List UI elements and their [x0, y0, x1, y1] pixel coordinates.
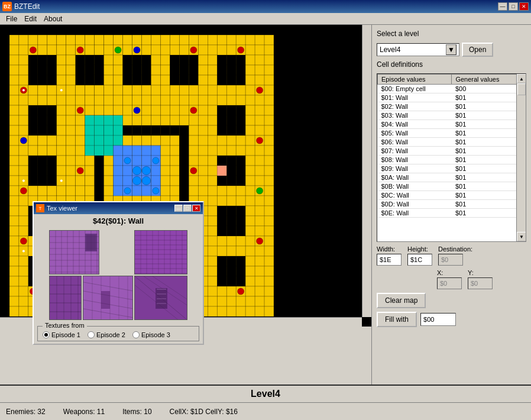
- radio-label-2: Episode 2: [96, 331, 125, 338]
- table-row[interactable]: $01: Wall$01: [378, 93, 526, 102]
- width-input[interactable]: [377, 254, 402, 266]
- table-row[interactable]: $07: Wall$01: [378, 147, 526, 156]
- table-row[interactable]: $02: Wall$01: [378, 102, 526, 111]
- table-row[interactable]: $0E: Wall$01: [378, 209, 526, 218]
- tex-cell-5[interactable]: [134, 276, 187, 320]
- fill-with-button[interactable]: Fill with: [377, 312, 417, 327]
- textures-from-label: Textures from: [43, 322, 87, 329]
- tex-close-btn[interactable]: ✕: [192, 205, 200, 212]
- cell-episode-value: $0E: Wall: [378, 209, 452, 218]
- cell-episode-value: $01: Wall: [378, 93, 452, 102]
- tex-bottom-left: [49, 276, 133, 320]
- radio-episode3[interactable]: Episode 3: [132, 331, 170, 338]
- open-button[interactable]: Open: [462, 43, 493, 57]
- cell-episode-value: $05: Wall: [378, 129, 452, 138]
- table-row[interactable]: $06: Wall$01: [378, 138, 526, 147]
- fill-value-input[interactable]: [420, 313, 456, 326]
- menu-file[interactable]: File: [2, 14, 21, 24]
- cell-episode-value: $03: Wall: [378, 111, 452, 120]
- y-input[interactable]: [468, 277, 493, 289]
- tex-maximize-btn[interactable]: □: [183, 205, 192, 212]
- maximize-button[interactable]: □: [509, 2, 518, 11]
- tex-right-col: [134, 230, 187, 320]
- cell-episode-value: $0D: Wall: [378, 200, 452, 209]
- radio-label-3: Episode 3: [141, 331, 170, 338]
- level-select-dropdown[interactable]: ▼: [446, 44, 456, 55]
- x-input[interactable]: [437, 277, 462, 289]
- width-label: Width:: [377, 245, 402, 253]
- table-row[interactable]: $0A: Wall$01: [378, 173, 526, 182]
- cell-defs-label: Cell definitions: [377, 60, 526, 69]
- radio-episode1[interactable]: Episode 1: [43, 331, 80, 338]
- radio-circle-2[interactable]: [88, 331, 95, 338]
- scroll-up-btn[interactable]: ▲: [517, 74, 526, 83]
- cell-episode-value: $0B: Wall: [378, 182, 452, 191]
- table-row[interactable]: $09: Wall$01: [378, 164, 526, 173]
- tex-minimize-btn[interactable]: —: [174, 205, 183, 212]
- cell-episode-value: $09: Wall: [378, 164, 452, 173]
- svg-rect-37: [101, 291, 110, 309]
- table-scrollbar[interactable]: ▲ ▼: [516, 74, 526, 241]
- height-input[interactable]: [407, 254, 432, 266]
- cell-episode-value: $04: Wall: [378, 120, 452, 129]
- title-buttons: — □ ✕: [498, 2, 529, 11]
- level-name-text: Level4: [251, 389, 280, 399]
- items-status: Items: 10: [122, 408, 151, 416]
- select-level-label: Select a level: [377, 30, 526, 38]
- destination-input[interactable]: [438, 254, 463, 266]
- radio-episode2[interactable]: Episode 2: [88, 331, 125, 338]
- cell-episode-value: $02: Wall: [378, 102, 452, 111]
- height-label: Height:: [407, 245, 432, 253]
- cell-general-value: $01: [452, 191, 526, 200]
- destination-label: Destination:: [438, 245, 472, 253]
- title-bar-left: BZ BZTEdit: [2, 2, 40, 11]
- tex-cell-3[interactable]: [49, 276, 82, 320]
- cell-general-value: $01: [452, 156, 526, 164]
- clear-map-button[interactable]: Clear map: [377, 293, 426, 308]
- fill-row: Fill with: [377, 312, 526, 327]
- table-row[interactable]: $03: Wall$01: [378, 111, 526, 120]
- app-icon: BZ: [2, 2, 12, 11]
- close-button[interactable]: ✕: [519, 2, 529, 11]
- col-episode: Episode values: [378, 75, 452, 85]
- table-row[interactable]: $05: Wall$01: [378, 129, 526, 138]
- height-group: Height:: [407, 245, 432, 266]
- tex-viewer-title-bar: T Tex viewer — □ ✕: [34, 202, 203, 214]
- cell-general-value: $01: [452, 93, 526, 102]
- table-row[interactable]: $04: Wall$01: [378, 120, 526, 129]
- table-row[interactable]: $0C: Wall$01: [378, 191, 526, 200]
- cell-episode-value: $06: Wall: [378, 138, 452, 147]
- tex-viewer: T Tex viewer — □ ✕ $42($01): Wall: [33, 201, 204, 345]
- status-bar: Enemies: 32 Weapons: 11 Items: 10 CellX:…: [0, 402, 531, 420]
- menu-about[interactable]: About: [40, 14, 66, 24]
- map-vscroll[interactable]: [362, 25, 371, 317]
- tex-cell-1[interactable]: [49, 230, 99, 274]
- cell-episode-value: $0A: Wall: [378, 173, 452, 182]
- minimize-button[interactable]: —: [498, 2, 507, 11]
- table-row[interactable]: $0B: Wall$01: [378, 182, 526, 191]
- svg-rect-17: [86, 235, 96, 250]
- level-name-bar: Level4: [0, 385, 531, 402]
- cell-episode-value: $00: Empty cell: [378, 85, 452, 93]
- table-row[interactable]: $08: Wall$01: [378, 156, 526, 164]
- tex-cell-4[interactable]: [83, 276, 133, 320]
- col-general: General values: [452, 75, 526, 85]
- menu-bar: File Edit About: [0, 13, 531, 25]
- radio-circle-3[interactable]: [132, 331, 140, 338]
- right-panel: Select a level Level4 ▼ Open Cell defini…: [371, 25, 531, 385]
- radio-circle-1[interactable]: [43, 331, 50, 338]
- scroll-down-btn[interactable]: ▼: [517, 232, 526, 241]
- tex-left-col: [49, 230, 133, 320]
- cell-general-value: $00: [452, 85, 526, 93]
- table-row[interactable]: $00: Empty cell$00: [378, 85, 526, 93]
- tex-cell-2[interactable]: [134, 230, 187, 274]
- cell-general-value: $01: [452, 129, 526, 138]
- cellxy-status: CellX: $1D CellY: $16: [170, 408, 238, 416]
- scroll-thumb[interactable]: [517, 83, 526, 95]
- tex-header-label: $42($01): Wall: [34, 214, 203, 228]
- menu-edit[interactable]: Edit: [21, 14, 40, 24]
- cell-general-value: $01: [452, 164, 526, 173]
- cell-episode-value: $07: Wall: [378, 147, 452, 156]
- table-row[interactable]: $0D: Wall$01: [378, 200, 526, 209]
- level-select[interactable]: Level4 ▼: [377, 43, 459, 56]
